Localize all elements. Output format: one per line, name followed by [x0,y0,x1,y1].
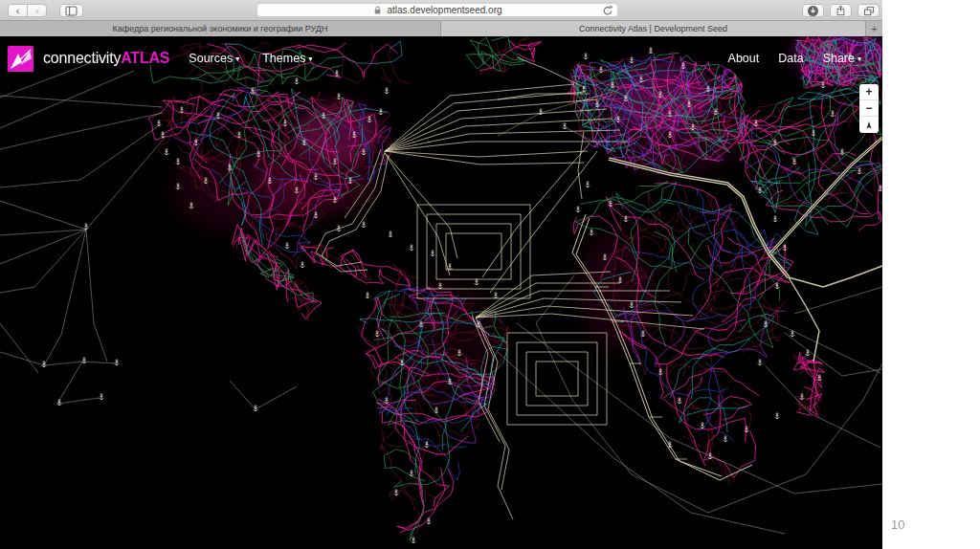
reload-icon[interactable] [602,5,613,16]
zoom-out-button[interactable]: − [859,100,879,117]
downloads-button[interactable] [802,4,824,17]
brand-accent: ATLAS [121,50,169,66]
share-label: Share [823,52,855,65]
zoom-in-button[interactable]: + [859,84,879,100]
brand-name: connectivity [43,50,121,66]
nav-data-link[interactable]: Data [778,52,803,65]
secondary-nav: About Data Share▾ [728,52,861,65]
tab-connectivity-atlas[interactable]: Connectivity Atlas | Development Seed [441,21,866,36]
slide-page-number: 10 [891,517,904,532]
tab-bar: Кафедра региональной экономики и географ… [0,21,882,36]
map-canvas [0,36,882,549]
forward-button[interactable]: › [27,4,47,17]
nav-button-group: ‹ › [8,4,83,17]
address-bar[interactable]: atlas.developmentseed.org [256,3,618,17]
back-button[interactable]: ‹ [8,4,28,17]
browser-toolbar: ‹ › atlas.developmentseed.org [0,0,882,21]
sidebar-icon [65,6,78,16]
site-title[interactable]: connectivityATLAS [43,50,169,67]
nav-about-link[interactable]: About [728,52,760,65]
chevron-down-icon: ▾ [235,55,239,63]
chevron-down-icon: ▾ [858,55,861,63]
glow-layer [172,36,882,406]
logo-icon [8,46,33,72]
new-tab-button[interactable]: + [866,21,882,36]
tab-rudn[interactable]: Кафедра региональной экономики и географ… [0,21,441,36]
toolbar-right-group [802,4,880,17]
compass-reset-button[interactable] [859,117,879,133]
browser-window: ‹ › atlas.developmentseed.org [0,0,882,549]
share-icon [835,5,846,16]
lock-icon [372,5,383,16]
infrastructure-mesh-layer [138,36,881,540]
tabs-icon [863,6,875,16]
tab-overview-button[interactable] [858,4,880,17]
download-circle-icon [808,6,818,16]
site-header: connectivityATLAS Sources▾ Themes▾ About… [0,36,882,77]
sources-label: Sources [189,52,233,65]
map-zoom-control: + − [859,84,879,133]
url-text: atlas.developmentseed.org [387,5,501,15]
sidebar-toggle-button[interactable] [59,4,83,17]
chevron-down-icon: ▾ [308,55,312,63]
nav-sources-dropdown[interactable]: Sources▾ [189,52,239,65]
primary-nav: Sources▾ Themes▾ [189,52,312,65]
nav-share-dropdown[interactable]: Share▾ [823,52,861,65]
connectivity-atlas-logo[interactable] [8,46,33,72]
connectivity-map[interactable]: connectivityATLAS Sources▾ Themes▾ About… [0,36,882,549]
compass-needle-icon [864,121,874,130]
themes-label: Themes [262,52,305,65]
share-button[interactable] [830,4,852,17]
nav-themes-dropdown[interactable]: Themes▾ [262,52,312,65]
